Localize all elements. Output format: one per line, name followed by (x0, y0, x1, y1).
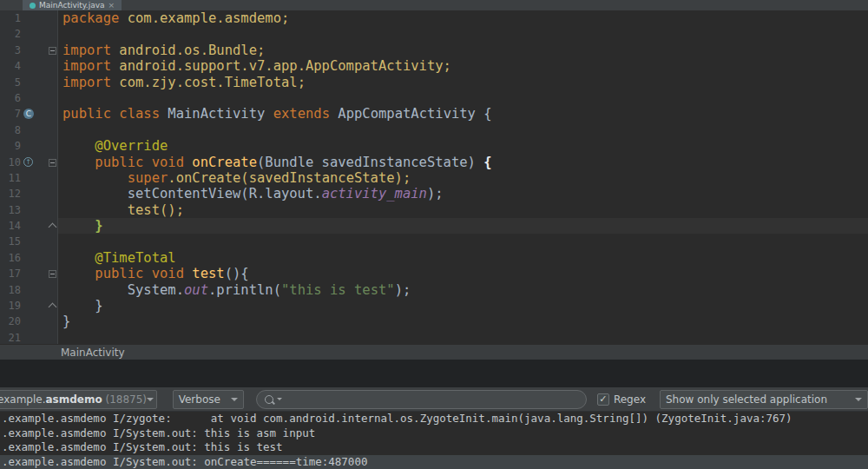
editor-line[interactable]: 11 super.onCreate(savedInstanceState); (0, 170, 868, 186)
process-filter-dropdown[interactable]: example.asmdemo (18875) (0, 390, 157, 409)
fold-collapse-icon[interactable] (49, 159, 56, 167)
fold-expand-icon[interactable] (49, 303, 57, 312)
editor-gutter[interactable]: 20 (0, 314, 58, 329)
editor-line[interactable]: 17 public void test(){ (0, 266, 868, 281)
class-icon[interactable]: C (23, 109, 34, 119)
code-text: setContentView(R.layout.activity_main); (58, 186, 868, 201)
checkbox-check-icon[interactable]: ✓ (597, 393, 609, 406)
editor-line[interactable]: 21 (0, 330, 868, 344)
editor-tab-bar: MainActivity.java × (0, 0, 868, 10)
editor-gutter[interactable]: 19 (0, 298, 58, 314)
log-level-value: Verbose (179, 393, 220, 406)
editor-gutter[interactable]: 7C (0, 106, 58, 122)
editor-line[interactable]: 7Cpublic class MainActivity extends AppC… (0, 106, 868, 122)
log-line[interactable]: .example.asmdemo I/System.out: this is t… (0, 440, 868, 455)
editor-line[interactable]: 16 @TimeTotal (0, 250, 868, 266)
editor-gutter[interactable]: 1 (0, 10, 58, 26)
editor-line[interactable]: 19 } (0, 298, 868, 314)
line-number: 18 (0, 282, 21, 298)
editor-gutter[interactable]: 18 (0, 282, 58, 298)
editor-line[interactable]: 2 (0, 26, 868, 42)
code-text: } (58, 314, 868, 329)
log-line[interactable]: .example.asmdemo I/System.out: this is a… (0, 426, 868, 441)
code-text (58, 122, 868, 138)
breadcrumb-bar: MainActivity (0, 344, 868, 360)
log-line[interactable]: .example.asmdemo I/System.out: onCreate=… (0, 455, 868, 469)
line-number: 8 (0, 122, 21, 138)
regex-checkbox[interactable]: ✓ Regex (597, 393, 646, 406)
editor-gutter[interactable]: 15 (0, 234, 58, 249)
breadcrumb-item-mainactivity[interactable]: MainActivity (61, 347, 125, 359)
editor-line[interactable]: 18 System.out.println("this is test"); (0, 282, 868, 298)
editor-line[interactable]: 12 setContentView(R.layout.activity_main… (0, 186, 868, 201)
override-method-icon[interactable]: ↑ (23, 157, 33, 167)
editor-gutter[interactable]: 4 (0, 58, 58, 74)
logcat-output[interactable]: .example.asmdemo I/zygote: at void com.a… (0, 412, 868, 469)
editor-gutter[interactable]: 17 (0, 266, 58, 281)
chevron-down-icon (231, 398, 238, 401)
editor-gutter[interactable]: 8 (0, 122, 58, 138)
editor-line[interactable]: 14 } (0, 218, 868, 234)
code-text (58, 26, 868, 42)
line-number: 21 (0, 330, 21, 344)
line-number: 11 (0, 170, 21, 186)
editor-line[interactable]: 15 (0, 234, 868, 249)
line-number: 10 (0, 155, 21, 170)
log-level-dropdown[interactable]: Verbose (173, 390, 244, 409)
editor-line[interactable]: 9 @Override (0, 138, 868, 154)
tab-close-icon[interactable]: × (108, 2, 115, 10)
chevron-down-icon (855, 398, 862, 401)
editor-lines: 1package com.example.asmdemo;23import an… (0, 10, 868, 344)
editor-gutter[interactable]: 13 (0, 202, 58, 218)
editor-line[interactable]: 13 test(); (0, 202, 868, 218)
code-text: super.onCreate(savedInstanceState); (58, 170, 868, 186)
editor-line[interactable]: 20} (0, 314, 868, 329)
editor-gutter[interactable]: 21 (0, 330, 58, 344)
editor-gutter[interactable]: 12 (0, 186, 58, 201)
fold-expand-icon[interactable] (49, 223, 57, 232)
editor-gutter[interactable]: 3 (0, 43, 58, 58)
code-text: System.out.println("this is test"); (58, 282, 868, 298)
line-number: 19 (0, 298, 21, 314)
line-number: 7 (0, 106, 21, 122)
code-text (58, 330, 868, 344)
editor-gutter[interactable]: 6 (0, 90, 58, 106)
editor-line[interactable]: 10↑ public void onCreate(Bundle savedIns… (0, 155, 868, 170)
tab-mainactivity-java[interactable]: MainActivity.java × (23, 0, 122, 10)
code-text: public void onCreate(Bundle savedInstanc… (58, 155, 868, 170)
panel-divider (0, 360, 868, 387)
editor-gutter[interactable]: 2 (0, 26, 58, 42)
editor-gutter[interactable]: 16 (0, 250, 58, 266)
logcat-search-field[interactable] (256, 390, 587, 409)
editor-gutter[interactable]: 9 (0, 138, 58, 154)
code-editor[interactable]: 1package com.example.asmdemo;23import an… (0, 10, 868, 344)
editor-line[interactable]: 5import com.zjy.cost.TimeTotal; (0, 75, 868, 90)
line-number: 9 (0, 138, 21, 154)
editor-line[interactable]: 4import android.support.v7.app.AppCompat… (0, 58, 868, 74)
code-text: import android.support.v7.app.AppCompatA… (58, 58, 868, 74)
editor-gutter[interactable]: 14 (0, 218, 58, 234)
fold-collapse-icon[interactable] (49, 47, 56, 55)
code-text: test(); (58, 202, 868, 218)
editor-line[interactable]: 3import android.os.Bundle; (0, 43, 868, 58)
code-text: package com.example.asmdemo; (58, 10, 868, 26)
editor-gutter[interactable]: 5 (0, 75, 58, 90)
search-history-chevron-icon[interactable] (277, 398, 282, 400)
line-number: 16 (0, 250, 21, 266)
editor-line[interactable]: 8 (0, 122, 868, 138)
code-text: } (58, 218, 868, 234)
editor-line[interactable]: 1package com.example.asmdemo; (0, 10, 868, 26)
editor-gutter[interactable]: 10↑ (0, 155, 58, 170)
code-text: @Override (58, 138, 868, 154)
line-number: 5 (0, 75, 21, 90)
editor-line[interactable]: 6 (0, 90, 868, 106)
tab-title: MainActivity.java (39, 1, 105, 10)
log-line[interactable]: .example.asmdemo I/zygote: at void com.a… (0, 412, 868, 426)
show-only-dropdown[interactable]: Show only selected application (660, 390, 868, 409)
line-number: 2 (0, 26, 21, 42)
logcat-search-input[interactable] (287, 393, 578, 406)
code-text: } (58, 298, 868, 314)
editor-gutter[interactable]: 11 (0, 170, 58, 186)
fold-collapse-icon[interactable] (49, 270, 56, 278)
line-number: 14 (0, 218, 21, 234)
